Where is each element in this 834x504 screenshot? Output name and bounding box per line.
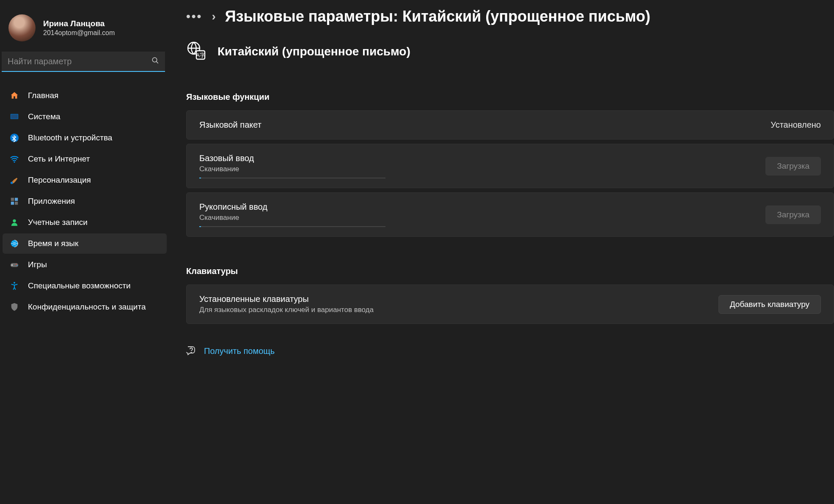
sidebar-item-label: Bluetooth и устройства	[28, 133, 112, 142]
svg-rect-7	[11, 198, 14, 201]
feature-language-pack: Языковой пакет Установлено	[186, 110, 834, 140]
sidebar-item-accessibility[interactable]: Специальные возможности	[3, 276, 167, 296]
svg-point-16	[14, 282, 15, 284]
svg-point-0	[152, 58, 157, 62]
svg-rect-3	[11, 115, 18, 119]
sidebar-item-label: Приложения	[28, 197, 75, 206]
sidebar-item-label: Система	[28, 112, 61, 121]
svg-rect-8	[15, 198, 18, 201]
main-content: ••• › Языковые параметры: Китайский (упр…	[169, 0, 834, 504]
sidebar-item-label: Специальные возможности	[28, 281, 131, 290]
wifi-icon	[9, 154, 19, 164]
download-button[interactable]: Загрузка	[765, 157, 821, 175]
language-header: A字 Китайский (упрощенное письмо)	[186, 41, 834, 63]
get-help-link[interactable]: Получить помощь	[204, 346, 275, 356]
section-keyboards-title: Клавиатуры	[186, 266, 834, 276]
feature-title: Языковой пакет	[199, 120, 758, 130]
avatar	[8, 14, 36, 41]
svg-point-11	[13, 219, 16, 222]
breadcrumb-more-icon[interactable]: •••	[186, 10, 202, 23]
svg-text:A字: A字	[196, 52, 205, 58]
installed-keyboards-card: Установленные клавиатуры Для языковых ра…	[186, 285, 834, 324]
language-name: Китайский (упрощенное письмо)	[217, 45, 410, 58]
svg-point-15	[17, 265, 17, 266]
sidebar-item-time-language[interactable]: Время и язык	[3, 233, 167, 254]
feature-title: Рукописный ввод	[199, 202, 753, 212]
profile-name: Ирина Ланцова	[43, 19, 115, 28]
svg-rect-9	[11, 202, 14, 205]
sidebar-item-accounts[interactable]: Учетные записи	[3, 212, 167, 233]
breadcrumb: ••• › Языковые параметры: Китайский (упр…	[186, 8, 834, 25]
svg-line-1	[156, 61, 158, 63]
feature-subtitle: Скачивание	[199, 214, 753, 222]
profile-block[interactable]: Ирина Ланцова 2014optom@gmail.com	[0, 8, 169, 49]
sidebar-item-apps[interactable]: Приложения	[3, 191, 167, 211]
svg-point-14	[16, 264, 17, 265]
profile-email: 2014optom@gmail.com	[43, 29, 115, 37]
system-icon	[9, 112, 19, 122]
sidebar-item-label: Время и язык	[28, 239, 78, 248]
svg-point-5	[14, 162, 15, 163]
feature-subtitle: Скачивание	[199, 165, 753, 173]
profile-text: Ирина Ланцова 2014optom@gmail.com	[43, 19, 115, 37]
sidebar-item-label: Персонализация	[28, 175, 91, 185]
feature-status: Установлено	[771, 120, 821, 130]
sidebar-item-privacy[interactable]: Конфиденциальность и защита	[3, 297, 167, 317]
sidebar-item-label: Сеть и Интернет	[28, 154, 90, 164]
sidebar-item-label: Конфиденциальность и защита	[28, 302, 146, 312]
bluetooth-icon	[9, 133, 19, 143]
chevron-right-icon: ›	[212, 10, 215, 23]
section-features-title: Языковые функции	[186, 92, 834, 102]
nav: Главная Система Bluetooth и устройства С…	[0, 85, 169, 317]
sidebar-item-label: Игры	[28, 260, 47, 269]
download-progress	[199, 178, 385, 178]
home-icon	[9, 90, 19, 101]
sidebar-item-gaming[interactable]: Игры	[3, 255, 167, 275]
svg-point-6	[11, 182, 13, 184]
sidebar: Ирина Ланцова 2014optom@gmail.com Главна…	[0, 0, 169, 504]
sidebar-item-label: Главная	[28, 91, 58, 100]
shield-icon	[9, 302, 19, 312]
search-box[interactable]	[2, 52, 165, 72]
person-icon	[9, 217, 19, 227]
help-icon	[186, 345, 196, 357]
brush-icon	[9, 175, 19, 185]
sidebar-item-system[interactable]: Система	[3, 107, 167, 127]
sidebar-item-network[interactable]: Сеть и Интернет	[3, 149, 167, 169]
apps-icon	[9, 196, 19, 206]
search-input[interactable]	[8, 57, 151, 66]
sidebar-item-personalization[interactable]: Персонализация	[3, 170, 167, 190]
globe-translate-icon: A字	[186, 41, 206, 63]
globe-clock-icon	[9, 238, 19, 249]
help-row: Получить помощь	[186, 345, 834, 357]
gamepad-icon	[9, 260, 19, 270]
search-icon	[151, 57, 159, 66]
page-title: Языковые параметры: Китайский (упрощенно…	[225, 8, 650, 25]
sidebar-item-home[interactable]: Главная	[3, 85, 167, 106]
download-button[interactable]: Загрузка	[765, 205, 821, 224]
add-keyboard-button[interactable]: Добавить клавиатуру	[718, 295, 821, 314]
sidebar-item-label: Учетные записи	[28, 218, 88, 227]
sidebar-item-bluetooth[interactable]: Bluetooth и устройства	[3, 128, 167, 148]
feature-handwriting: Рукописный ввод Скачивание Загрузка	[186, 192, 834, 237]
download-progress	[199, 226, 385, 227]
accessibility-icon	[9, 281, 19, 291]
svg-rect-10	[15, 202, 18, 205]
keyboards-subtitle: Для языковых раскладок ключей и варианто…	[199, 306, 706, 314]
feature-title: Базовый ввод	[199, 153, 753, 163]
feature-basic-typing: Базовый ввод Скачивание Загрузка	[186, 144, 834, 188]
keyboards-title: Установленные клавиатуры	[199, 294, 706, 304]
